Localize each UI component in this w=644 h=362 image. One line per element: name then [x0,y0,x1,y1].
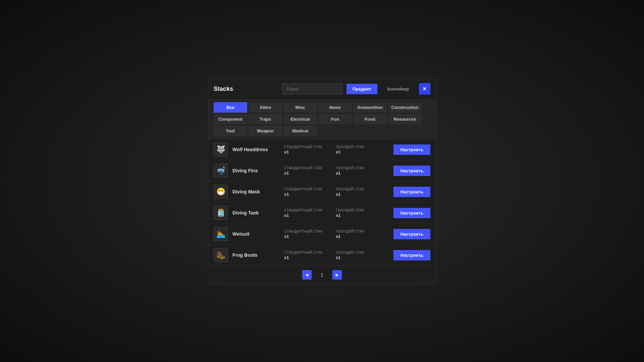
current-stack-value: x1 [336,213,364,218]
current-stack-value: x1 [336,234,364,239]
standard-stack-group: Стандартный стак x1 [284,208,322,218]
nastroit-button[interactable]: Настроить [393,229,430,239]
standard-stack-label: Стандартный стак [284,166,322,170]
standard-stack-group: Стандартный стак x1 [284,229,322,239]
search-input[interactable] [282,83,342,95]
standard-stack-label: Стандартный стак [284,187,322,191]
current-stack-label: Текущий стак [336,145,364,149]
item-name: Frog Boots [232,252,279,258]
current-stack-group: Текущий стак x1 [336,229,364,239]
current-stack-group: Текущий стак x1 [336,250,364,260]
standard-stack-value: x1 [284,255,322,260]
standard-stack-value: x1 [284,213,322,218]
pagination: ◄ 1 ► [208,266,436,284]
item-name: Wolf Headdress [232,147,279,152]
table-row: 🥾 Frog Boots Стандартный стак x1 Текущий… [208,245,436,266]
current-stack-group: Текущий стак x1 [336,145,364,155]
close-button[interactable]: × [419,83,430,95]
prev-page-button[interactable]: ◄ [302,270,312,280]
item-name: Diving Mask [232,189,279,194]
tab-misc[interactable]: Misc [283,102,317,113]
item-icon: 🏊 [214,227,228,241]
tab-traps[interactable]: Traps [249,114,282,124]
current-stack-label: Текущий стак [336,250,364,254]
stack-info: Стандартный стак x1 Текущий стак x1 [284,208,389,218]
table-row: 😷 Diving Mask Стандартный стак x1 Текущи… [208,181,436,202]
table-row: 🤿 Diving Fins Стандартный стак x1 Текущи… [208,160,436,181]
page-number: 1 [317,272,327,278]
tabs-area: Все Attire Misc Items Ammunition Constru… [208,100,436,139]
item-name: Diving Tank [232,210,279,216]
standard-stack-value: x1 [284,192,322,197]
current-stack-label: Текущий стак [336,229,364,233]
current-stack-value: x1 [336,149,364,155]
current-stack-label: Текущий стак [336,187,364,191]
standard-stack-group: Стандартный стак x1 [284,145,322,155]
tab-food[interactable]: Food [353,114,387,124]
tab-medical[interactable]: Medical [283,126,317,136]
next-page-button[interactable]: ► [332,270,342,280]
stack-info: Стандартный стак x1 Текущий стак x1 [284,187,389,197]
standard-stack-label: Стандартный стак [284,250,322,254]
stacks-modal: Stacks Предмет Контейнер × Все Attire Mi… [208,78,436,284]
standard-stack-value: x1 [284,234,322,239]
current-stack-label: Текущий стак [336,166,364,170]
item-icon: 🤿 [214,164,228,178]
tab-vse[interactable]: Все [214,102,247,113]
standard-stack-label: Стандартный стак [284,208,322,212]
item-name: Wetsuit [232,231,279,237]
item-icon: 🐺 [214,142,228,157]
tab-weapon[interactable]: Weapon [249,126,282,136]
nastroit-button[interactable]: Настроить [393,187,430,197]
current-stack-value: x1 [336,255,364,260]
nastroit-button[interactable]: Настроить [393,250,430,260]
current-stack-value: x1 [336,171,364,176]
konteyner-button[interactable]: Контейнер [381,84,415,94]
tab-attire[interactable]: Attire [249,102,282,113]
table-row: 🫙 Diving Tank Стандартный стак x1 Текущи… [208,202,436,224]
tab-resources[interactable]: Resources [388,114,422,124]
standard-stack-value: x1 [284,171,322,176]
standard-stack-label: Стандартный стак [284,145,322,149]
stack-info: Стандартный стак x1 Текущий стак x1 [284,229,389,239]
tab-component[interactable]: Component [214,114,247,124]
modal-header: Stacks Предмет Контейнер × [208,78,436,100]
standard-stack-group: Стандартный стак x1 [284,250,322,260]
nastroit-button[interactable]: Настроить [393,208,430,218]
table-row: 🏊 Wetsuit Стандартный стак x1 Текущий ст… [208,224,436,245]
standard-stack-group: Стандартный стак x1 [284,187,322,197]
stack-info: Стандартный стак x1 Текущий стак x1 [284,145,389,155]
modal-title: Stacks [214,85,233,93]
tab-fun[interactable]: Fun [318,114,352,124]
stack-info: Стандартный стак x1 Текущий стак x1 [284,250,389,260]
predmet-button[interactable]: Предмет [346,84,377,94]
tab-tool[interactable]: Tool [214,126,247,136]
item-icon: 🫙 [214,206,228,220]
tab-ammunition[interactable]: Ammunition [353,102,387,113]
stack-info: Стандартный стак x1 Текущий стак x1 [284,166,389,176]
item-icon: 🥾 [214,248,228,262]
nastroit-button[interactable]: Настроить [393,144,430,155]
tab-electrical[interactable]: Electrical [283,114,317,124]
tab-row-1: Все Attire Misc Items Ammunition Constru… [214,102,430,113]
current-stack-value: x1 [336,192,364,197]
nastroit-button[interactable]: Настроить [393,166,430,176]
current-stack-label: Текущий стак [336,208,364,212]
item-name: Diving Fins [232,168,279,173]
standard-stack-label: Стандартный стак [284,229,322,233]
current-stack-group: Текущий стак x1 [336,208,364,218]
tab-row-2: Component Traps Electrical Fun Food Reso… [214,114,430,124]
items-list: 🐺 Wolf Headdress Стандартный стак x1 Тек… [208,139,436,266]
table-row: 🐺 Wolf Headdress Стандартный стак x1 Тек… [208,139,436,160]
standard-stack-value: x1 [284,149,322,155]
tab-items[interactable]: Items [318,102,352,113]
current-stack-group: Текущий стак x1 [336,187,364,197]
tab-construction[interactable]: Construction [388,102,422,113]
tab-row-3: Tool Weapon Medical [214,126,430,136]
current-stack-group: Текущий стак x1 [336,166,364,176]
standard-stack-group: Стандартный стак x1 [284,166,322,176]
item-icon: 😷 [214,185,228,199]
